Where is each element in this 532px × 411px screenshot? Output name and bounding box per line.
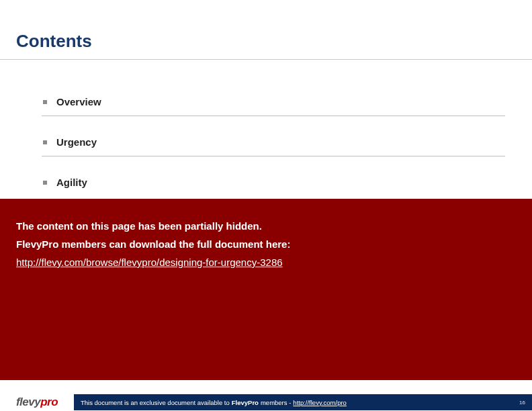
toc-item-overview: Overview [42, 91, 505, 116]
logo-part-flevy: flevy [16, 396, 40, 408]
table-of-contents: Overview Urgency Agility [42, 91, 505, 211]
footer-text-prefix: This document is an exclusive document a… [81, 399, 230, 406]
overlay-message-2: FlevyPro members can download the full d… [16, 238, 516, 250]
page-title: Contents [16, 31, 92, 52]
toc-item-urgency: Urgency [42, 131, 505, 156]
title-divider [0, 59, 532, 60]
toc-label: Urgency [56, 136, 97, 148]
hidden-content-overlay: The content on this page has been partia… [0, 199, 532, 380]
footer-text-bold: FlevyPro [232, 399, 259, 406]
toc-label: Agility [56, 177, 87, 188]
flevypro-logo: flevypro [0, 394, 74, 411]
overlay-download-link[interactable]: http://flevy.com/browse/flevypro/designi… [16, 257, 283, 268]
bullet-icon [43, 181, 47, 185]
toc-item-agility: Agility [42, 171, 505, 196]
bullet-icon [43, 100, 47, 104]
slide-container: Contents Overview Urgency Agility The co… [0, 0, 532, 411]
logo-part-pro: pro [40, 396, 58, 408]
overlay-message-1: The content on this page has been partia… [16, 220, 516, 232]
footer-text-mid: members - [261, 399, 291, 406]
page-number: 16 [519, 400, 525, 406]
footer-link[interactable]: http://flevy.com/pro [293, 399, 347, 406]
toc-label: Overview [56, 96, 101, 107]
footer: flevypro This document is an exclusive d… [0, 394, 532, 411]
footer-bar: This document is an exclusive document a… [74, 394, 532, 410]
bullet-icon [43, 140, 47, 144]
